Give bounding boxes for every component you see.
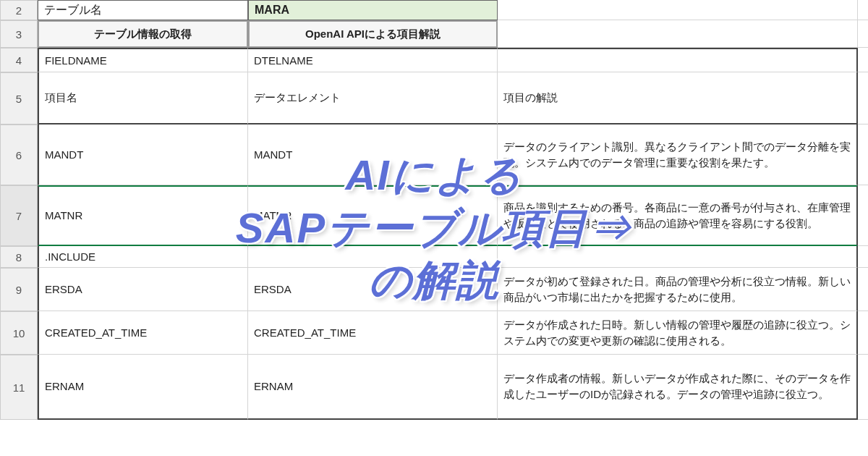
fetch-button-cell: テーブル情報の取得: [38, 20, 248, 48]
desc-ersda[interactable]: データが初めて登録された日。商品の管理や分析に役立つ情報。新しい商品がいつ市場に…: [498, 268, 858, 311]
cell-r6-c5[interactable]: [858, 124, 868, 185]
desc-ernam[interactable]: データ作成者の情報。新しいデータが作成された際に、そのデータを作成したユーザーの…: [498, 355, 858, 420]
desc-created-at-time[interactable]: データが作成された日時。新しい情報の管理や履歴の追跡に役立つ。システム内での変更…: [498, 311, 858, 355]
cell-r8-c5[interactable]: [858, 246, 868, 268]
row-header-8[interactable]: 8: [0, 246, 38, 268]
row-header-7[interactable]: 7: [0, 185, 38, 246]
cell-r4-c5[interactable]: [858, 48, 868, 72]
ai-button-cell: OpenAI APIによる項目解説: [248, 20, 498, 48]
openai-explain-button[interactable]: OpenAI APIによる項目解説: [249, 21, 497, 47]
cell-r3-c4[interactable]: [498, 20, 858, 48]
fetch-table-info-button[interactable]: テーブル情報の取得: [38, 21, 247, 47]
cell-r5-c5[interactable]: [858, 72, 868, 124]
field-ernam[interactable]: ERNAM: [38, 355, 248, 420]
col-header-fieldname-jp[interactable]: 項目名: [38, 72, 248, 124]
row-header-5[interactable]: 5: [0, 72, 38, 124]
desc-mandt[interactable]: データのクライアント識別。異なるクライアント間でのデータ分離を実現。システム内で…: [498, 124, 858, 185]
field-matnr[interactable]: MATNR: [38, 185, 248, 246]
row-header-3[interactable]: 3: [0, 20, 38, 48]
cell-r3-c5[interactable]: [858, 20, 868, 48]
col-header-desc-tech[interactable]: [498, 48, 858, 72]
row-header-4[interactable]: 4: [0, 48, 38, 72]
field-include[interactable]: .INCLUDE: [38, 246, 248, 268]
table-name-value-cell[interactable]: MARA: [248, 0, 498, 20]
row-header-11[interactable]: 11: [0, 355, 38, 420]
cell-r10-c5[interactable]: [858, 311, 868, 355]
field-ersda[interactable]: ERSDA: [38, 268, 248, 311]
desc-include[interactable]: [498, 246, 858, 268]
row-header-9[interactable]: 9: [0, 268, 38, 311]
dtel-mandt[interactable]: MANDT: [248, 124, 498, 185]
dtel-created-at-time[interactable]: CREATED_AT_TIME: [248, 311, 498, 355]
table-name-label-cell[interactable]: テーブル名: [38, 0, 248, 20]
row-header-6[interactable]: 6: [0, 124, 38, 185]
col-header-desc-jp[interactable]: 項目の解説: [498, 72, 858, 124]
col-header-fieldname-tech[interactable]: FIELDNAME: [38, 48, 248, 72]
dtel-include[interactable]: [248, 246, 498, 268]
row-header-10[interactable]: 10: [0, 311, 38, 355]
row-header-2[interactable]: 2: [0, 0, 38, 20]
field-mandt[interactable]: MANDT: [38, 124, 248, 185]
dtel-ersda[interactable]: ERSDA: [248, 268, 498, 311]
cell-r11-c5[interactable]: [858, 355, 868, 420]
col-header-dtelname-jp[interactable]: データエレメント: [248, 72, 498, 124]
col-header-dtelname-tech[interactable]: DTELNAME: [248, 48, 498, 72]
field-created-at-time[interactable]: CREATED_AT_TIME: [38, 311, 248, 355]
desc-matnr[interactable]: 商品を識別するための番号。各商品に一意の番号が付与され、在庫管理や販売などで使用…: [498, 185, 858, 246]
dtel-ernam[interactable]: ERNAM: [248, 355, 498, 420]
cell-r2-c4[interactable]: [498, 0, 858, 20]
spreadsheet-grid: 2 テーブル名 MARA 3 テーブル情報の取得 OpenAI APIによる項目…: [0, 0, 868, 420]
cell-r7-c5[interactable]: [858, 185, 868, 246]
dtel-matnr[interactable]: MATNR: [248, 185, 498, 246]
cell-r2-c5[interactable]: [858, 0, 868, 20]
cell-r9-c5[interactable]: [858, 268, 868, 311]
